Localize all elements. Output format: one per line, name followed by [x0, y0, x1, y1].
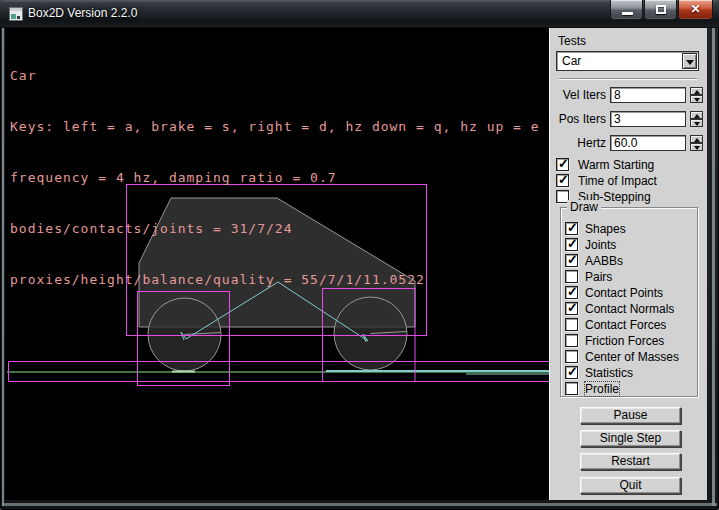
arrow-up-icon — [694, 114, 700, 118]
checkbox-label: Profile — [585, 382, 619, 396]
tests-dropdown-button[interactable] — [682, 53, 697, 69]
checkbox-icon: ✓ — [556, 174, 569, 187]
close-icon: ✕ — [679, 2, 712, 16]
stats-text: Car Keys: left = a, brake = s, right = d… — [10, 33, 540, 322]
app-icon-detail — [10, 8, 22, 11]
simulation-canvas[interactable]: Car Keys: left = a, brake = s, right = d… — [5, 28, 549, 500]
checkbox-label: Friction Forces — [585, 334, 664, 348]
stats-line-frequency: frequency = 4 hz, damping ratio = 0.7 — [10, 169, 540, 186]
separator — [559, 78, 697, 80]
titlebar[interactable]: Box2D Version 2.2.0 ✕ — [0, 0, 719, 28]
quit-button[interactable]: Quit — [580, 477, 681, 494]
single-step-button[interactable]: Single Step — [580, 430, 681, 447]
tests-dropdown[interactable]: Car — [556, 51, 699, 71]
app-icon-detail — [17, 16, 20, 19]
checkbox-icon — [565, 334, 578, 347]
close-button[interactable]: ✕ — [678, 0, 713, 20]
checkbox-label: Contact Points — [585, 286, 663, 300]
app-icon-detail — [11, 14, 16, 19]
spin-up-button[interactable] — [690, 135, 703, 143]
draw-groupbox: Draw ✓ Shapes ✓ Joints ✓ AABBs Pairs ✓ C… — [560, 207, 698, 397]
tests-dropdown-value: Car — [562, 54, 581, 68]
control-panel: Tests Car Vel Iters Pos Iters — [549, 28, 707, 500]
checkbox-label: Contact Normals — [585, 302, 674, 316]
tests-label: Tests — [558, 34, 586, 48]
checkbox-icon: ✓ — [565, 286, 578, 299]
checkbox-icon — [565, 318, 578, 331]
app-icon[interactable] — [9, 7, 23, 21]
maximize-icon — [656, 5, 666, 14]
draw-group-label: Draw — [567, 200, 601, 214]
minimize-icon — [622, 12, 633, 15]
checkbox-label: Shapes — [585, 222, 626, 236]
arrow-down-icon — [694, 122, 700, 126]
checkbox-icon — [565, 382, 578, 395]
vel-iters-label: Vel Iters — [554, 88, 606, 102]
stats-line-test-name: Car — [10, 67, 540, 84]
spin-down-button[interactable] — [690, 119, 703, 127]
checkbox-label: Statistics — [585, 366, 633, 380]
window-frame-edge — [2, 28, 4, 506]
window-title: Box2D Version 2.2.0 — [28, 0, 137, 28]
checkbox-icon: ✓ — [565, 254, 578, 267]
arrow-down-icon — [694, 98, 700, 102]
maximize-button[interactable] — [644, 0, 677, 20]
arrow-up-icon — [694, 90, 700, 94]
hertz-row: Hertz — [554, 135, 704, 151]
chevron-down-icon — [686, 60, 694, 65]
pos-iters-row: Pos Iters — [554, 111, 704, 127]
spin-up-button[interactable] — [690, 111, 703, 119]
stats-line-proxies: proxies/height/balance/quality = 55/7/1/… — [10, 271, 540, 288]
window-frame-edge — [712, 28, 715, 506]
checkbox-label: Warm Starting — [578, 158, 654, 172]
pos-iters-input[interactable] — [610, 111, 686, 127]
spin-down-button[interactable] — [690, 143, 703, 151]
checkbox-icon: ✓ — [565, 222, 578, 235]
app-window: Box2D Version 2.2.0 ✕ — [0, 0, 719, 510]
pos-iters-spinner — [690, 111, 703, 127]
spin-up-button[interactable] — [690, 87, 703, 95]
checkbox-icon: ✓ — [565, 238, 578, 251]
checkbox-icon: ✓ — [565, 302, 578, 315]
checkbox-label: Contact Forces — [585, 318, 666, 332]
vel-iters-spinner — [690, 87, 703, 103]
checkbox-label: Time of Impact — [578, 174, 657, 188]
spin-down-button[interactable] — [690, 95, 703, 103]
stats-line-keys: Keys: left = a, brake = s, right = d, hz… — [10, 118, 540, 135]
restart-button[interactable]: Restart — [580, 453, 681, 470]
pos-iters-label: Pos Iters — [554, 112, 606, 126]
pause-button[interactable]: Pause — [580, 407, 681, 424]
hertz-spinner — [690, 135, 703, 151]
vel-iters-input[interactable] — [610, 87, 686, 103]
checkbox-label: Center of Masses — [585, 350, 679, 364]
checkbox-icon — [565, 270, 578, 283]
checkbox-icon: ✓ — [556, 158, 569, 171]
minimize-button[interactable] — [610, 0, 643, 20]
checkbox-icon: ✓ — [565, 366, 578, 379]
stats-line-bodies: bodies/contacts/joints = 31/7/24 — [10, 220, 540, 237]
vel-iters-row: Vel Iters — [554, 87, 704, 103]
hertz-input[interactable] — [610, 135, 686, 151]
arrow-up-icon — [694, 138, 700, 142]
window-frame-edge — [2, 503, 717, 506]
arrow-down-icon — [694, 146, 700, 150]
checkbox-icon — [565, 350, 578, 363]
hertz-label: Hertz — [554, 136, 606, 150]
window-controls: ✕ — [609, 0, 713, 20]
checkbox-label: Joints — [585, 238, 616, 252]
checkbox-label: Pairs — [585, 270, 612, 284]
checkbox-label: AABBs — [585, 254, 623, 268]
